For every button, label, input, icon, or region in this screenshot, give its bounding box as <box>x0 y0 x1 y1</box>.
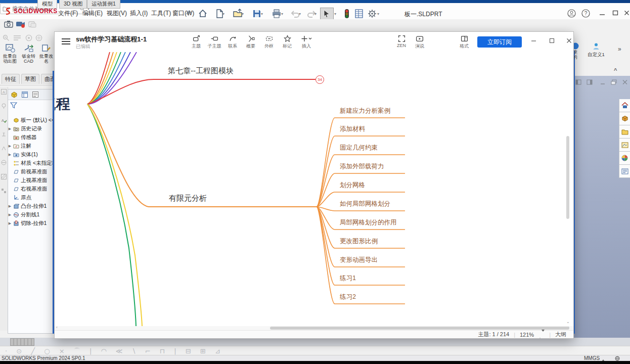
doc-close-button[interactable] <box>622 79 628 85</box>
doc-minimize-button[interactable] <box>600 79 606 85</box>
tree-row-solid-bodies[interactable]: ▶ 实体(1) <box>8 150 55 159</box>
menu-window[interactable]: 窗口(W) <box>170 8 197 19</box>
task-pane-view-palette[interactable] <box>619 139 630 152</box>
tree-row-split-line[interactable]: ▶ 分割线1 <box>8 210 55 219</box>
tree-row-right-plane[interactable]: 右视基准面 <box>8 185 55 193</box>
performance-traffic-light-icon[interactable] <box>342 9 352 19</box>
collapse-ribbon-button[interactable]: ^ <box>614 67 617 73</box>
hole-table-button[interactable] <box>354 9 364 19</box>
screenshot-camera-icon[interactable] <box>4 20 13 28</box>
propertymanager-tab-icon[interactable] <box>21 91 28 98</box>
account-icon[interactable] <box>567 9 576 18</box>
menu-view[interactable]: 视图(V) <box>104 8 129 19</box>
featuremanager-tab-icon[interactable] <box>11 91 18 98</box>
collapsed-count-badge[interactable]: 34 <box>316 75 324 84</box>
tool-insert[interactable]: 插入 <box>296 35 317 50</box>
subtopic[interactable]: 新建应力分析案例 <box>340 107 390 115</box>
tool-boundary[interactable]: 外框 <box>260 35 278 50</box>
app-maximize-button[interactable] <box>612 10 619 16</box>
tool-summary[interactable]: 概要 <box>242 35 260 50</box>
tool-marker[interactable]: 标记 <box>278 35 296 50</box>
subtopic[interactable]: 如何局部网格划分 <box>340 200 390 208</box>
task-pane-custom-properties[interactable] <box>619 165 630 178</box>
task-pane-file-explorer[interactable] <box>619 125 630 139</box>
horizontal-scrollbar-thumb[interactable] <box>270 327 569 330</box>
app-minimize-button[interactable] <box>599 10 606 16</box>
tree-root-row[interactable]: 板一 (默认) << <box>8 116 55 124</box>
tool-present[interactable]: 演说 <box>412 35 428 50</box>
mindmap-canvas[interactable]: 流程 第七章--工程图模块 34 有限元分析 新建应力分析案例 添加材料 固定几… <box>55 52 573 326</box>
tool-format[interactable]: 格式 <box>456 35 472 50</box>
tree-row-boss-extrude[interactable]: ▶ 凸台-拉伸1 <box>8 202 55 210</box>
topic-chapter7[interactable]: 第七章--工程图模块 <box>168 66 234 76</box>
tool-zen-mode[interactable]: ZEN <box>393 35 410 48</box>
save-dropdown[interactable]: ▾ <box>261 12 263 16</box>
task-pane-appearances[interactable] <box>619 152 630 165</box>
tree-row-front-plane[interactable]: 前视基准面 <box>8 167 55 176</box>
subtopic[interactable]: 局部网格划分的作用 <box>340 218 397 227</box>
customize-button[interactable]: 自定义1 <box>584 42 608 58</box>
globe-status-icon[interactable] <box>615 356 620 361</box>
home-button[interactable] <box>198 9 208 19</box>
tree-row-annotations[interactable]: ▶ A 注解 <box>8 142 55 150</box>
task-pane-design-library[interactable] <box>619 112 630 125</box>
tree-row-material[interactable]: 材质 <未指定> <box>8 159 55 167</box>
sheetmetal-to-cad-button[interactable]: 钣金转CAD <box>20 43 37 64</box>
toolbar-overflow-chevron[interactable]: » <box>618 46 621 53</box>
mindmap-minimize-button[interactable] <box>527 35 540 46</box>
subtopic[interactable]: 添加材料 <box>340 125 365 133</box>
batch-rename-button[interactable]: 批量改名 <box>38 43 54 64</box>
central-topic[interactable]: 流程 <box>55 95 71 114</box>
tab-motion-study[interactable]: 运动算例1 <box>87 0 120 9</box>
units-selector[interactable]: MMGS <box>584 355 600 361</box>
scroll-left-arrow[interactable]: ‹ <box>56 325 58 330</box>
topic-fea[interactable]: 有限元分析 <box>169 194 207 203</box>
menu-file[interactable]: 文件(F) <box>56 8 80 19</box>
zoom-stepper[interactable] <box>538 332 545 338</box>
tool-topic[interactable]: 主题 <box>187 35 205 50</box>
tree-row-top-plane[interactable]: 上视基准面 <box>8 176 55 185</box>
undo-dropdown[interactable]: ▾ <box>299 12 301 16</box>
print-button[interactable] <box>272 9 282 19</box>
outline-view-button[interactable]: 大纲 <box>555 331 566 338</box>
tab-scroll-widget[interactable] <box>10 338 34 346</box>
record-video-icon[interactable] <box>16 20 26 28</box>
hamburger-menu-button[interactable] <box>62 38 70 44</box>
subscribe-button[interactable]: 立即订阅 <box>477 36 522 48</box>
doc-dock-left-icon[interactable] <box>575 79 581 85</box>
scroll-down-arrow[interactable]: ⌄ <box>566 320 570 324</box>
vertical-scrollbar[interactable]: ⌄ <box>566 54 570 324</box>
tool-subtopic[interactable]: 子主题 <box>205 35 223 50</box>
tree-row-history[interactable]: ▶ 历史记录 <box>8 124 55 133</box>
subtopic[interactable]: 更改图形比例 <box>340 237 378 246</box>
subtopic[interactable]: 划分网格 <box>340 181 365 190</box>
task-pane-home[interactable] <box>619 99 630 112</box>
help-icon[interactable]: ? <box>581 9 590 18</box>
select-tool-button[interactable] <box>320 8 334 20</box>
tab-3d-views[interactable]: 3D 视图 <box>59 0 87 9</box>
zoom-level[interactable]: 121% <box>520 332 534 338</box>
configuration-tab-icon[interactable] <box>32 91 39 98</box>
tab-features[interactable]: 特征 <box>2 74 20 84</box>
tree-filter-icon[interactable] <box>10 102 17 109</box>
vertical-scrollbar-thumb[interactable] <box>566 136 569 219</box>
tab-sketch[interactable]: 草图 <box>21 74 39 84</box>
save-button[interactable] <box>252 9 262 19</box>
batch-auto-drawing-button[interactable]: 批量自动出图 <box>1 43 19 64</box>
open-button[interactable] <box>233 9 243 19</box>
print-dropdown[interactable]: ▾ <box>281 12 283 16</box>
menu-edit[interactable]: 编辑(E) <box>80 8 105 19</box>
partial-command-button[interactable]: 使的 <box>573 42 581 65</box>
subtopic[interactable]: 练习2 <box>340 293 356 301</box>
new-document-dropdown[interactable]: ▾ <box>222 12 224 16</box>
capture-options-icon[interactable] <box>28 21 36 28</box>
tree-row-origin[interactable]: 原点 <box>8 193 55 202</box>
tab-model[interactable]: 模型 <box>37 0 57 9</box>
select-tool-dropdown[interactable]: ▾ <box>334 12 336 16</box>
menu-insert[interactable]: 插入(I) <box>127 8 150 19</box>
open-dropdown[interactable]: ▾ <box>242 12 244 16</box>
subtopic[interactable]: 变形动画导出 <box>340 256 378 264</box>
tree-row-cut-extrude[interactable]: ▶ 切除-拉伸1 <box>8 219 55 228</box>
tree-row-sensors[interactable]: 传感器 <box>8 133 55 142</box>
redo-dropdown[interactable]: ▾ <box>314 12 317 16</box>
